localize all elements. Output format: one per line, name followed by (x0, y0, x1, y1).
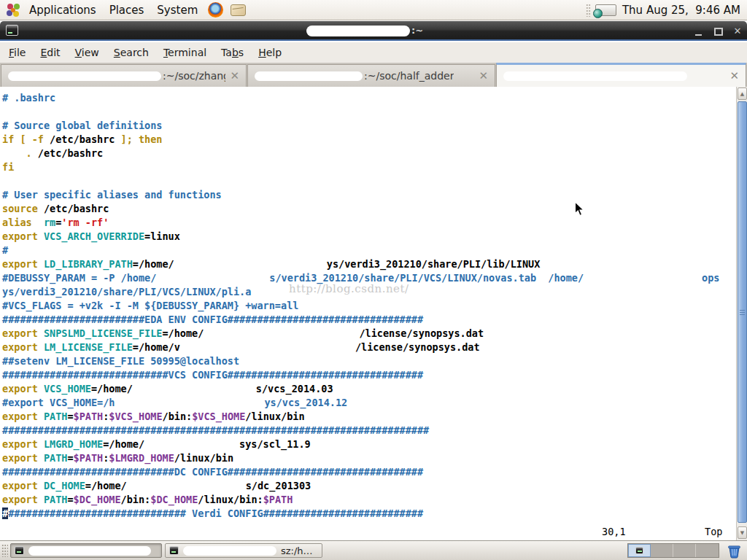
package-icon[interactable] (231, 4, 246, 16)
terminal-line: export LMGRD_HOME=/home/sys/scl_11.9 (2, 438, 735, 451)
trash-icon[interactable] (727, 543, 742, 559)
top-panel: ApplicationsPlacesSystem Thu Aug 25, 9:4… (0, 0, 747, 20)
terminal-line (2, 174, 735, 188)
terminal-line (2, 105, 735, 119)
terminal-tab-1[interactable]: :~/soc/zhang_uvm/pu…✕ (1, 64, 247, 87)
terminal-line: ########################EDA ENV CONFIG##… (2, 313, 735, 327)
terminal-line: ############################VCS CONFIG##… (2, 368, 735, 382)
terminal-line: export PATH=$DC_HOME/bin:$DC_HOME/linux/… (2, 493, 735, 507)
terminal-tab-3[interactable]: ✕ (496, 63, 746, 87)
terminal-tab-2[interactable]: :~/soc/half_adder✕ (247, 64, 495, 87)
firefox-icon[interactable] (208, 2, 223, 18)
menubar: FileEditViewSearchTerminalTabsHelp (0, 42, 747, 63)
terminal-icon (15, 546, 24, 555)
workspace-cell-2[interactable] (651, 544, 673, 557)
menubar-item-view[interactable]: View (68, 44, 107, 61)
clock[interactable]: Thu Aug 25, 9:46 AM (622, 4, 743, 17)
menubar-item-terminal[interactable]: Terminal (156, 44, 214, 61)
workspace-cell-1[interactable] (628, 544, 651, 557)
terminal-content: # .bashrc# Source global definitionsif [… (2, 91, 735, 521)
taskbar-window-button-1[interactable] (10, 543, 162, 558)
panel-menu-system[interactable]: System (150, 2, 204, 18)
terminal-line: #VCS_FLAGS = +v2k -I -M ${DEBUSSY_PARAM}… (2, 299, 735, 313)
censored-task-title (183, 546, 276, 556)
panel-menu-places[interactable]: Places (103, 2, 151, 18)
censored-tab-title (8, 71, 161, 81)
window-titlebar[interactable]: :~ ✕ (0, 21, 747, 41)
terminal-line: ########################################… (2, 424, 735, 438)
tab-close-icon[interactable]: ✕ (225, 69, 239, 82)
scroll-down-icon[interactable]: ▼ (738, 526, 747, 539)
panel-menu-applications[interactable]: Applications (23, 2, 103, 18)
minimize-button[interactable] (692, 25, 705, 36)
terminal-line: #export VCS_HOME=/hys/vcs_2014.12 (2, 396, 735, 410)
terminal-line: export VCS_ARCH_OVERRIDE=linux (2, 230, 735, 244)
applet-drag-handle[interactable] (586, 4, 591, 17)
close-button[interactable]: ✕ (731, 25, 744, 36)
panel-menus: ApplicationsPlacesSystem (23, 2, 204, 18)
terminal-line: # (2, 244, 735, 257)
menubar-item-tabs[interactable]: Tabs (214, 44, 251, 61)
tab-strip: :~/soc/zhang_uvm/pu…✕:~/soc/half_adder✕✕ (0, 63, 747, 87)
menubar-item-help[interactable]: Help (251, 44, 289, 61)
taskbar-window-button-2[interactable]: sz:/h… (165, 543, 322, 558)
desktop: ApplicationsPlacesSystem Thu Aug 25, 9:4… (0, 0, 747, 560)
menubar-item-edit[interactable]: Edit (33, 44, 67, 61)
menubar-item-file[interactable]: File (1, 44, 33, 61)
terminal-line: ############################### Verdi CO… (2, 507, 735, 521)
terminal-line: source /etc/bashrc (2, 202, 735, 216)
vim-status-line: ".bashrc" [readonly] 35L, 1559C 30,1 Top (2, 525, 732, 539)
terminal-line: # .bashrc (2, 91, 735, 105)
cursor-position: 30,1 (602, 525, 626, 539)
tab-label: :~/soc/half_adder (364, 70, 454, 82)
terminal-line: export PATH=$PATH:$VCS_HOME/bin:$VCS_HOM… (2, 410, 735, 424)
tab-close-icon[interactable]: ✕ (725, 69, 739, 82)
taskbar: sz:/h… (0, 540, 747, 560)
maximize-button[interactable] (712, 25, 725, 36)
censored-title (306, 26, 410, 36)
task-title-fragment: sz:/h… (281, 545, 313, 556)
terminal-line: #############################DC CONFIG##… (2, 465, 735, 479)
scroll-up-icon[interactable]: ▲ (738, 88, 747, 100)
terminal-line: # User specific aliases and functions (2, 188, 735, 202)
censored-tab-title (503, 71, 687, 81)
terminal-line: export SNPSLMD_LICENSE_FILE=/home//licen… (2, 327, 735, 341)
terminal-line: fi (2, 160, 735, 174)
terminal-line: export LD_LIBRARY_PATH=/home/ys/verdi3_2… (2, 257, 735, 271)
terminal-line: export DC_HOME=/home/s/dc_201303 (2, 479, 735, 493)
censored-task-title (28, 546, 151, 556)
terminal-line: export LM_LICENSE_FILE=/home/v/license/s… (2, 341, 735, 354)
terminal-icon (169, 546, 179, 555)
scrollbar-thumb[interactable] (738, 101, 747, 523)
watermark-text: http://blog.csdn.net/ (289, 282, 409, 295)
mouse-cursor (574, 201, 585, 217)
tab-close-icon[interactable]: ✕ (474, 69, 488, 82)
window-title: :~ (411, 25, 423, 36)
terminal-line: export VCS_HOME=/home/s/vcs_2014.03 (2, 382, 735, 396)
terminal-viewport: # .bashrc# Source global definitionsif [… (0, 87, 747, 540)
terminal-line: export PATH=$PATH:$LMGRD_HOME/linux/bin (2, 451, 735, 465)
terminal-line: alias rm='rm -rf' (2, 216, 735, 230)
taskbar-drag-handle[interactable] (1, 544, 8, 557)
terminal-line: # Source global definitions (2, 119, 735, 133)
terminal-line: ##setenv LM_LICENSE_FILE 50995@localhost (2, 354, 735, 368)
scroll-position: Top (705, 525, 722, 539)
workspace-cell-3[interactable] (673, 544, 696, 557)
terminal-icon (635, 547, 643, 554)
menubar-item-search[interactable]: Search (107, 44, 156, 61)
distro-logo-icon[interactable] (5, 2, 21, 18)
scrollbar-track[interactable]: ▲ ▼ (736, 87, 747, 540)
keyboard-indicator-icon[interactable] (595, 4, 616, 16)
workspace-switcher (627, 543, 719, 558)
workspace-cell-4[interactable] (696, 544, 719, 557)
terminal-line: if [ -f /etc/bashrc ]; then (2, 133, 735, 147)
terminal-icon (6, 25, 18, 36)
panel-right: Thu Aug 25, 9:46 AM (586, 4, 743, 17)
censored-tab-title (255, 71, 363, 81)
tab-label: :~/soc/zhang_uvm/pu… (163, 70, 225, 82)
terminal-line: . /etc/bashrc (2, 147, 735, 160)
